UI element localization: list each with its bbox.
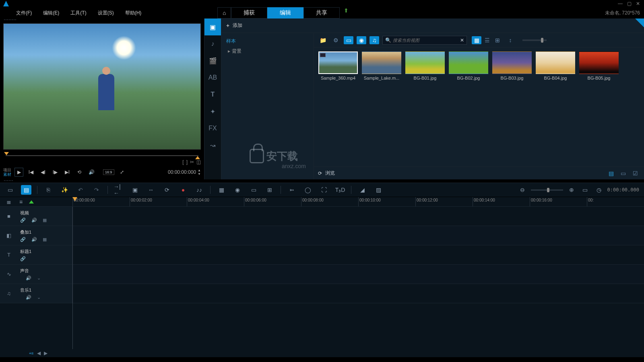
folder-add-icon[interactable]: 📁: [318, 36, 328, 44]
zoom-in-icon[interactable]: ⊕: [566, 185, 577, 195]
overlay-icon[interactable]: ◉: [232, 185, 243, 195]
preview-viewport[interactable]: [3, 23, 201, 150]
footer-panel-icon[interactable]: ▭: [618, 169, 628, 177]
aspect-label[interactable]: 16:9: [103, 169, 114, 175]
browse-icon[interactable]: ⟳: [318, 171, 322, 176]
scroll-left-icon[interactable]: ◀: [37, 350, 41, 356]
mask-icon[interactable]: ◢: [357, 185, 367, 195]
libtab-graphics[interactable]: ✦: [204, 103, 221, 120]
volume-button[interactable]: 🔊: [87, 168, 96, 177]
tab-capture[interactable]: 捕获: [231, 7, 267, 19]
3d-title-icon[interactable]: T₃D: [335, 185, 345, 195]
upload-icon[interactable]: ⬆: [344, 7, 349, 19]
storyboard-view-icon[interactable]: ▭: [5, 185, 15, 195]
track-add-icon[interactable]: [29, 200, 34, 204]
split-icon[interactable]: ↔: [146, 185, 156, 195]
tool-fx-icon[interactable]: ✨: [59, 185, 70, 195]
split-icon[interactable]: ◫: [196, 159, 201, 165]
cut-icon[interactable]: ✂: [190, 159, 194, 165]
track-lane[interactable]: [72, 226, 644, 245]
motion-icon[interactable]: ➳: [287, 185, 297, 195]
view-grid-icon[interactable]: ⊞: [493, 36, 502, 44]
view-thumb-icon[interactable]: ▦: [472, 36, 481, 44]
tree-background[interactable]: ▸背景: [226, 46, 309, 56]
go-end-button[interactable]: ▶I: [63, 168, 72, 177]
tab-home[interactable]: ⌂: [217, 7, 231, 19]
track-ctrl-icon[interactable]: ⌄: [37, 295, 41, 300]
filter-video-icon[interactable]: ▭: [344, 36, 353, 44]
track-lane[interactable]: [72, 265, 644, 284]
chapter-icon[interactable]: ▭: [248, 185, 259, 195]
search-input[interactable]: 🔍 ✕: [382, 36, 467, 45]
libtab-fx[interactable]: FX: [204, 120, 221, 137]
undo-icon[interactable]: ↶: [75, 185, 86, 195]
maximize-button[interactable]: ▢: [626, 1, 632, 6]
track-lane[interactable]: [72, 207, 644, 226]
playhead-icon[interactable]: [72, 197, 77, 201]
libtab-path[interactable]: ↝: [204, 137, 221, 154]
crop-icon[interactable]: ▣: [130, 185, 140, 195]
next-frame-button[interactable]: I▶: [51, 168, 60, 177]
track-lane[interactable]: [72, 245, 644, 264]
track-ctrl-icon[interactable]: 🔗: [20, 237, 26, 242]
go-start-button[interactable]: I◀: [27, 168, 35, 177]
view-list-icon[interactable]: ☰: [482, 36, 492, 44]
track-ctrl-icon[interactable]: 🔗: [20, 256, 26, 261]
track-opts2-icon[interactable]: ≡: [17, 198, 25, 206]
timer-icon[interactable]: ◷: [594, 185, 604, 195]
footer-tree-icon[interactable]: ▤: [606, 169, 616, 177]
menu-settings[interactable]: 设置(S): [98, 10, 114, 16]
media-item[interactable]: BG-B04.jpg: [535, 51, 576, 80]
track-ctrl-icon[interactable]: 🔊: [26, 295, 31, 300]
track-ctrl-icon[interactable]: 🔊: [31, 237, 37, 242]
mode-project-label[interactable]: 项目: [3, 168, 11, 172]
zoom-out-icon[interactable]: ⊖: [517, 185, 528, 195]
fit-project-icon[interactable]: ▭: [580, 185, 590, 195]
media-item[interactable]: BG-B01.jpg: [405, 51, 445, 80]
menu-file[interactable]: 文件(F): [16, 10, 32, 16]
clear-search-icon[interactable]: ✕: [460, 37, 464, 43]
prev-frame-button[interactable]: ◀I: [39, 168, 47, 177]
timeline-view-icon[interactable]: ▤: [21, 185, 31, 195]
record-icon[interactable]: ●: [178, 185, 188, 195]
refresh-icon[interactable]: ⚙: [331, 36, 341, 44]
media-item[interactable]: BG-B03.jpg: [492, 51, 532, 80]
media-item[interactable]: Sample_Lake.m...: [361, 51, 402, 80]
expand-button[interactable]: ⤢: [118, 168, 126, 177]
tree-samples[interactable]: 样本: [226, 36, 309, 46]
tab-share[interactable]: 共享: [303, 7, 340, 19]
preview-scrubber[interactable]: [3, 151, 201, 159]
track-opts1-icon[interactable]: ≣: [5, 198, 13, 206]
close-button[interactable]: ✕: [635, 1, 641, 6]
pan-zoom-icon[interactable]: ⛶: [319, 185, 329, 195]
track-lane[interactable]: [72, 284, 644, 303]
track-ctrl-icon[interactable]: ▦: [43, 237, 47, 242]
rotate-icon[interactable]: ⟳: [162, 185, 172, 195]
thumb-size-slider[interactable]: [522, 39, 547, 41]
add-track-icon[interactable]: +≡: [29, 351, 34, 356]
redo-icon[interactable]: ↷: [91, 185, 102, 195]
libtab-media[interactable]: ▣: [204, 19, 221, 35]
loop-button[interactable]: ⟲: [75, 168, 84, 177]
audio-mixer-icon[interactable]: ♪♪: [194, 185, 204, 195]
add-media-button[interactable]: ＋添加: [225, 22, 242, 29]
media-item[interactable]: BG-B05.jpg: [579, 51, 619, 80]
libtab-transition[interactable]: AB: [204, 69, 221, 86]
minimize-button[interactable]: —: [617, 1, 623, 6]
scroll-right-icon[interactable]: ▶: [44, 350, 47, 356]
libtab-video[interactable]: 🎬: [204, 52, 221, 69]
track-motion-icon[interactable]: ◯: [303, 185, 313, 195]
play-button[interactable]: ▶: [14, 168, 23, 177]
tool-copy-icon[interactable]: ⎘: [43, 185, 54, 195]
libtab-audio[interactable]: ♪: [204, 35, 221, 52]
tab-edit[interactable]: 编辑: [267, 7, 303, 19]
multicam-icon[interactable]: ▦: [216, 185, 227, 195]
sort-icon[interactable]: ↕: [506, 36, 515, 44]
pin-icon[interactable]: [635, 19, 644, 27]
track-ctrl-icon[interactable]: 🔗: [20, 218, 26, 223]
subtitle-icon[interactable]: ⊞: [264, 185, 275, 195]
mode-clip-label[interactable]: 素材: [3, 172, 11, 177]
menu-help[interactable]: 帮助(H): [125, 10, 142, 16]
track-ctrl-icon[interactable]: ▦: [43, 218, 47, 223]
track-ctrl-icon[interactable]: 🔊: [31, 218, 37, 223]
